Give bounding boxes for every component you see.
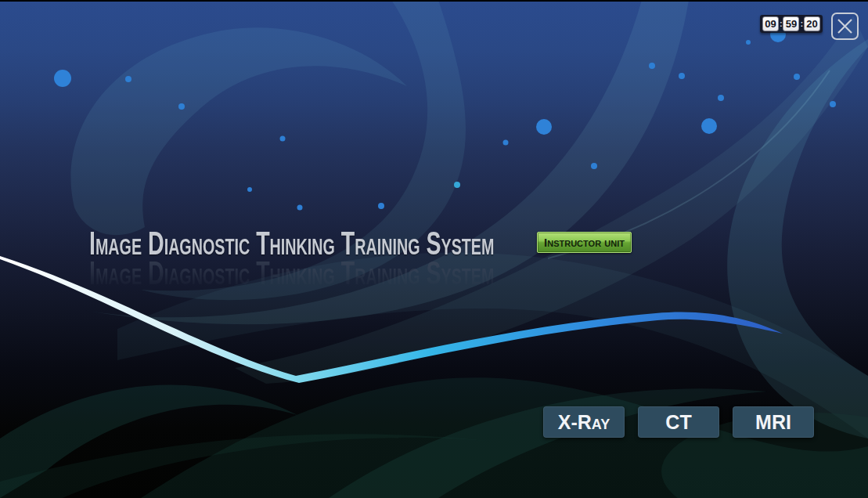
instructor-unit-badge: Instructor unit — [537, 232, 632, 253]
clock-separator: : — [800, 20, 803, 28]
close-button[interactable] — [831, 13, 859, 40]
ct-button[interactable]: CT — [638, 406, 719, 438]
background-waves-bottom — [0, 377, 868, 498]
clock-hours: 09 — [762, 16, 779, 31]
close-icon — [836, 17, 854, 35]
clock: 09 : 59 : 20 — [760, 15, 823, 33]
xray-button[interactable]: X-Ray — [543, 406, 625, 438]
splash-screen: Image Diagnostic Thinking Training Syste… — [0, 0, 868, 498]
clock-separator: : — [780, 20, 783, 28]
app-title-reflection: Image Diagnostic Thinking Training Syste… — [89, 257, 494, 290]
clock-seconds: 20 — [804, 16, 820, 31]
app-title: Image Diagnostic Thinking Training Syste… — [89, 227, 494, 260]
mri-button[interactable]: MRI — [733, 406, 814, 438]
clock-minutes: 59 — [783, 16, 799, 31]
background-waves-top — [70, 0, 868, 438]
